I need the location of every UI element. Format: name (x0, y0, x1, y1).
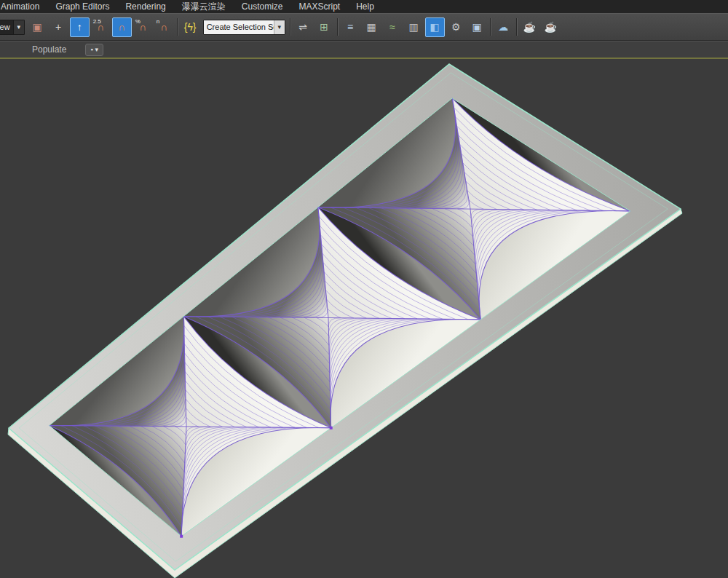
use-pivot-point-center-button[interactable]: ▣ (28, 17, 47, 37)
toolbar-separator (516, 18, 517, 36)
angle-snap-toggle-icon: ∩ (118, 22, 125, 32)
render-iterative-button[interactable]: ☕ (541, 17, 561, 37)
render-production-icon: ☕ (523, 22, 535, 32)
toolbar-separator (177, 18, 178, 36)
ribbon-tab-populate[interactable]: Populate (28, 43, 71, 56)
menu-customize[interactable]: Customize (234, 1, 291, 12)
select-and-place-icon: ↑ (77, 22, 82, 32)
slate-material-editor-button[interactable]: ◧ (425, 17, 445, 37)
snap-toggle-25d-button[interactable]: 2.5∩ (91, 17, 111, 37)
render-setup-icon: ⚙ (451, 22, 461, 32)
select-and-place-button[interactable]: ↑ (70, 17, 90, 37)
render-production-button[interactable]: ☕ (520, 17, 539, 37)
3dsmax-window: AnimationGraph EditorsRendering瀑瀑云渲染Cust… (0, 0, 728, 578)
layer-manager-button[interactable]: ≡ (341, 17, 360, 37)
rendered-frame-window-icon: ▣ (472, 22, 482, 32)
populate-flyout-button[interactable]: ▪ ▾ (85, 44, 103, 56)
layer-manager-icon: ≡ (347, 22, 353, 32)
menu-graph-editors[interactable]: Graph Editors (47, 1, 117, 12)
toolbar-separator (337, 18, 338, 36)
snap-toggle-25d-label: 2.5 (93, 18, 101, 25)
menu-animation[interactable]: Animation (0, 1, 47, 12)
ribbon-bar: Populate ▪ ▾ (0, 41, 728, 58)
spinner-snap-toggle-label: n (157, 18, 159, 25)
percent-snap-toggle-label: % (135, 18, 141, 25)
perspective-viewport[interactable] (0, 59, 728, 578)
menu-cloud-render[interactable]: 瀑瀑云渲染 (174, 0, 234, 13)
curve-editor-button[interactable]: ≈ (383, 17, 403, 37)
menu-maxscript[interactable]: MAXScript (290, 1, 348, 12)
chevron-down-icon: ▾ (274, 20, 285, 34)
angle-snap-toggle-button[interactable]: ∩ (112, 17, 132, 37)
main-toolbar: View▾▣+↑2.5∩∩%∩n∩{ϟ}Create Selection Set… (0, 13, 728, 41)
select-and-manipulate-icon: + (55, 22, 61, 32)
use-pivot-point-center-icon: ▣ (33, 22, 42, 32)
render-in-cloud-icon: ☁ (498, 22, 508, 32)
named-selection-sets-dropdown-value: Create Selection Set (204, 23, 274, 31)
curve-editor-icon: ≈ (389, 22, 395, 32)
toolbar-separator (290, 18, 290, 36)
align-icon: ⊞ (320, 22, 328, 32)
align-button[interactable]: ⊞ (314, 17, 334, 37)
chevron-down-icon: ▾ (13, 20, 24, 34)
spinner-snap-toggle-icon: ∩ (160, 22, 167, 32)
toolbar-separator (490, 18, 491, 36)
slate-material-editor-icon: ◧ (430, 22, 440, 32)
named-selection-sets-dropdown[interactable]: Create Selection Set▾ (203, 20, 285, 35)
percent-snap-toggle-button[interactable]: %∩ (133, 17, 153, 37)
graphite-ribbon-toggle-icon: ▦ (367, 22, 376, 32)
graphite-ribbon-toggle-button[interactable]: ▦ (362, 17, 381, 37)
render-setup-button[interactable]: ⚙ (446, 17, 466, 37)
schematic-view-button[interactable]: ▥ (404, 17, 424, 37)
mirror-icon: ⇌ (298, 22, 307, 32)
mirror-button[interactable]: ⇌ (293, 17, 313, 37)
reference-coordinate-dropdown[interactable]: View▾ (0, 20, 25, 35)
menu-help[interactable]: Help (348, 1, 382, 12)
reference-coordinate-dropdown-value: View (0, 23, 13, 31)
schematic-view-icon: ▥ (409, 22, 419, 32)
menubar: AnimationGraph EditorsRendering瀑瀑云渲染Cust… (0, 0, 728, 13)
render-in-cloud-button[interactable]: ☁ (494, 17, 513, 37)
populate-icon: ▪ (90, 46, 92, 53)
select-and-manipulate-button[interactable]: + (49, 17, 68, 37)
render-iterative-icon: ☕ (544, 22, 556, 32)
rendered-frame-window-button[interactable]: ▣ (467, 17, 487, 37)
keyboard-shortcut-override-icon: {ϟ} (184, 22, 197, 32)
vault-model-render (0, 59, 728, 578)
menu-rendering[interactable]: Rendering (117, 1, 173, 12)
chevron-down-icon: ▾ (95, 46, 99, 53)
keyboard-shortcut-override-button[interactable]: {ϟ} (181, 17, 200, 37)
spinner-snap-toggle-button[interactable]: n∩ (154, 17, 174, 37)
